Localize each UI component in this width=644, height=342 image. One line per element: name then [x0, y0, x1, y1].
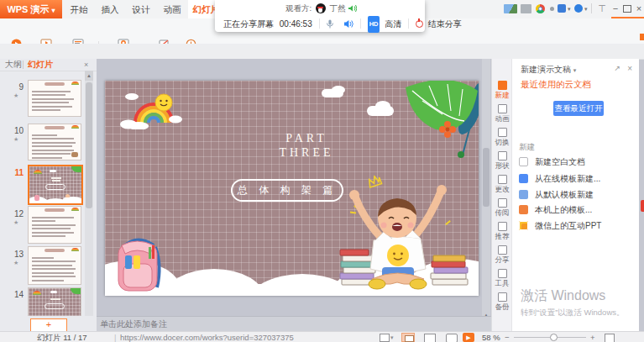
animation-star-icon: ★ — [13, 219, 18, 226]
recent-cloud-docs-link[interactable]: 最近使用的云文档 — [521, 79, 591, 91]
scrollbar-thumb[interactable] — [86, 82, 92, 208]
viewer-label: 观看方: — [285, 3, 312, 13]
view-recent-button[interactable]: 查看最近打开 — [553, 101, 604, 116]
zoom-out-button[interactable]: − — [505, 332, 510, 342]
thumbnail-scrollbar[interactable]: ▲ — [85, 71, 93, 316]
slides-tab[interactable]: 幻灯片 — [28, 59, 53, 71]
strip-tab-animation[interactable]: 动画 — [492, 103, 512, 124]
slide-title[interactable]: 总 体 构 架 篇 — [231, 179, 343, 202]
slide-sorter-view-button[interactable] — [424, 334, 436, 342]
notes-placeholder[interactable]: 单击此处添加备注 — [97, 316, 491, 331]
reading-view-button[interactable] — [446, 334, 458, 342]
scroll-up-icon[interactable]: ▲ — [85, 71, 93, 81]
backpack-illustration — [112, 232, 167, 296]
slide-number: 10 — [7, 126, 24, 135]
caret-down-icon[interactable]: ▾ — [584, 6, 588, 13]
strip-tab-edit[interactable]: 更改 — [492, 173, 512, 195]
statusbar-url[interactable]: https://www.docer.com/works?userid=32703… — [120, 332, 296, 342]
local-template-icon — [519, 205, 528, 214]
strip-tab-circulate[interactable]: 传阅 — [492, 197, 512, 218]
hd-quality-toggle[interactable]: 高清 — [385, 19, 401, 29]
close-button[interactable]: × — [631, 2, 644, 15]
chrome-icon[interactable] — [536, 4, 545, 13]
strip-tab-backup[interactable]: 备份 — [492, 291, 512, 313]
blank-doc-icon — [519, 157, 528, 166]
close-panel-icon[interactable]: × — [627, 64, 632, 73]
tray-help-icon[interactable] — [574, 4, 583, 13]
new-from-default-template-item[interactable]: 从默认模板新建 — [519, 189, 635, 203]
slide-number: 11 — [7, 168, 24, 177]
status-bar: 幻灯片 11 / 17 | https://www.docer.com/work… — [0, 331, 644, 342]
screen-share-toolbar: 观看方: 丁然 正在分享屏幕 00:46:53 HD 高清 — [215, 0, 425, 32]
divider: | — [114, 332, 116, 342]
slide-canvas[interactable]: PART THREE 总 体 构 架 篇 — [105, 81, 479, 296]
vault-icon[interactable] — [521, 4, 531, 13]
panel-handle-tag[interactable] — [641, 200, 644, 212]
animation-star-icon: ★ — [13, 136, 18, 143]
slide-thumbnail-12[interactable] — [28, 206, 81, 244]
new-slide-button[interactable]: + — [30, 318, 67, 332]
new-blank-doc-item[interactable]: 新建空白文档 — [519, 156, 635, 170]
close-panel-icon[interactable]: × — [84, 59, 88, 71]
strip-tab-new[interactable]: 新建 — [492, 79, 512, 101]
strip-tab-shapes[interactable]: 形状 — [492, 150, 512, 171]
animation-star-icon: ★ — [13, 260, 18, 266]
wps-app-menu-button[interactable]: WPS 演示 ▾ — [0, 0, 62, 18]
viewer-row: 观看方: 丁然 — [285, 2, 357, 15]
tray-dot-icon[interactable] — [550, 7, 554, 11]
document-tab-bar: ↶ ↷ ▾ W P 四年级下册作文.ppt * × + 查找命令、搜索模板 — [0, 44, 644, 60]
animation-icon — [498, 104, 507, 113]
outline-tab[interactable]: 大纲 — [5, 59, 22, 71]
normal-view-button[interactable] — [401, 333, 415, 342]
divider — [591, 3, 592, 13]
horse-illustration — [71, 152, 78, 157]
recommend-icon — [498, 222, 507, 231]
fit-to-window-button[interactable] — [605, 334, 615, 342]
tray-blue-app-icon[interactable] — [558, 4, 566, 13]
tab-animation[interactable]: 动画 — [159, 0, 186, 18]
expand-panel-icon[interactable]: ↗ — [614, 64, 620, 72]
caret-down-icon[interactable]: ▾ — [568, 6, 571, 13]
animation-star-icon: ★ — [13, 92, 18, 99]
play-slideshow-button[interactable]: ▶ — [463, 333, 474, 342]
rainbow-sun-illustration — [120, 89, 186, 129]
zoom-in-button[interactable]: + — [590, 332, 595, 342]
share-icon — [498, 245, 507, 255]
panel-header[interactable]: 新建演示文稿 ▾ — [521, 64, 576, 76]
wechat-interactive-ppt-item[interactable]: 微信上的互动PPT — [519, 220, 635, 234]
cloud — [375, 101, 390, 111]
tab-insert[interactable]: 插入 — [97, 0, 123, 18]
local-templates-item[interactable]: 本机上的模板... — [519, 204, 635, 218]
slide-thumbnail-10[interactable] — [28, 124, 81, 160]
slide-thumbnail-11-selected[interactable] — [28, 165, 83, 205]
windows-activation-watermark: 激活 Windows — [521, 287, 605, 305]
minimize-button[interactable]: − — [608, 2, 623, 15]
new-from-online-template-item[interactable]: 从在线模板新建... — [519, 173, 635, 187]
notes-view-icon[interactable] — [380, 334, 390, 342]
cloud — [332, 86, 345, 94]
slide-thumbnail-13[interactable] — [28, 246, 81, 285]
strip-tab-share[interactable]: 分享 — [492, 244, 512, 266]
zoom-slider-knob[interactable] — [550, 334, 558, 341]
tab-home[interactable]: 开始 — [65, 0, 92, 18]
scrollbar-thumb[interactable] — [483, 148, 490, 207]
tab-design[interactable]: 设计 — [128, 0, 154, 18]
slide-thumbnail-14[interactable] — [28, 287, 81, 316]
strip-tab-tools[interactable]: 工具 — [492, 267, 512, 289]
strip-tab-recommend[interactable]: 推荐 — [492, 220, 512, 242]
caret-down-icon[interactable]: ▾ — [390, 332, 394, 342]
edit-icon — [498, 175, 507, 184]
voice-active-icon — [348, 4, 357, 13]
caret-down-icon: ▾ — [573, 67, 577, 73]
restore-button[interactable] — [623, 5, 631, 13]
microphone-icon[interactable] — [326, 19, 334, 29]
end-share-button[interactable]: 结束分享 — [428, 19, 462, 29]
slide-editor: PART THREE 总 体 构 架 篇 — [97, 59, 491, 331]
strip-tab-transition[interactable]: 切换 — [492, 126, 512, 148]
qq-avatar[interactable] — [316, 3, 326, 13]
wallpaper-thumbnail-icon[interactable] — [504, 4, 517, 13]
slide-part-text[interactable]: PART THREE — [243, 131, 369, 160]
slide-thumbnail-9[interactable] — [28, 80, 81, 117]
editor-scrollbar[interactable]: ▲ ▼ — [482, 59, 490, 331]
speaker-icon[interactable] — [343, 19, 353, 29]
